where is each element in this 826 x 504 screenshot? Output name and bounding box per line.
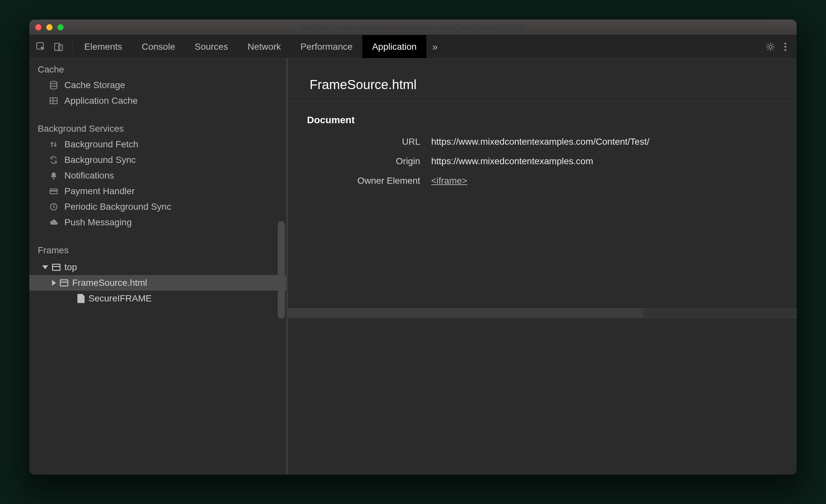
- sidebar-item-cache-storage[interactable]: Cache Storage: [29, 77, 286, 93]
- expand-toggle-icon[interactable]: [42, 265, 48, 269]
- sidebar-item-push-messaging[interactable]: Push Messaging: [29, 214, 286, 230]
- svg-line-9: [772, 49, 774, 50]
- tab-performance[interactable]: Performance: [291, 35, 362, 58]
- svg-point-19: [53, 178, 55, 180]
- sidebar-item-background-sync[interactable]: Background Sync: [29, 152, 286, 168]
- sidebar-item-application-cache[interactable]: Application Cache: [29, 93, 286, 109]
- sidebar-item-label: Notifications: [64, 170, 114, 181]
- tab-sources[interactable]: Sources: [185, 35, 238, 58]
- horizontal-scrollbar[interactable]: [288, 304, 797, 322]
- section-cache: Cache: [29, 59, 286, 77]
- sidebar-item-notifications[interactable]: Notifications: [29, 168, 286, 183]
- kebab-menu-icon[interactable]: [784, 42, 787, 52]
- title-bar: DevTools - www.mixedcontentexamples.com/…: [29, 19, 797, 35]
- sidebar-item-label: Cache Storage: [64, 80, 125, 90]
- credit-card-icon: [49, 186, 59, 196]
- frame-tree-framesource[interactable]: FrameSource.html: [29, 275, 286, 291]
- database-icon: [49, 80, 59, 90]
- origin-label: Origin: [288, 156, 431, 167]
- svg-point-13: [784, 46, 786, 48]
- tab-console[interactable]: Console: [132, 35, 185, 58]
- tree-item-label: SecureIFRAME: [88, 293, 152, 304]
- maximize-window-button[interactable]: [57, 24, 64, 30]
- frame-title: FrameSource.html: [288, 59, 797, 101]
- svg-line-8: [767, 44, 769, 45]
- tab-label: Network: [247, 42, 281, 52]
- frame-icon: [60, 279, 68, 287]
- tab-elements[interactable]: Elements: [74, 35, 132, 58]
- owner-element-link[interactable]: <iframe>: [431, 176, 467, 186]
- sidebar-item-label: Background Fetch: [64, 139, 138, 149]
- frame-icon: [52, 264, 60, 271]
- sidebar-item-label: Background Sync: [64, 155, 136, 165]
- sidebar-item-periodic-background-sync[interactable]: Periodic Background Sync: [29, 199, 286, 214]
- frame-tree-top[interactable]: top: [29, 259, 286, 275]
- sidebar-item-background-fetch[interactable]: Background Fetch: [29, 137, 286, 152]
- sidebar-scrollbar[interactable]: [278, 221, 285, 319]
- tab-label: Performance: [300, 42, 353, 52]
- sidebar-item-label: Application Cache: [64, 96, 138, 106]
- swap-icon: [49, 139, 59, 149]
- document-heading: Document: [288, 102, 797, 132]
- url-value: https://www.mixedcontentexamples.com/Con…: [431, 137, 649, 147]
- sidebar-item-label: Push Messaging: [64, 217, 132, 228]
- settings-icon[interactable]: [766, 42, 775, 52]
- more-tabs-icon[interactable]: »: [426, 35, 444, 58]
- row-url: URL https://www.mixedcontentexamples.com…: [288, 132, 797, 151]
- tab-application[interactable]: Application: [362, 35, 426, 58]
- main-toolbar: Elements Console Sources Network Perform…: [29, 35, 797, 59]
- row-origin: Origin https://www.mixedcontentexamples.…: [288, 151, 797, 171]
- tab-label: Application: [372, 42, 417, 52]
- tab-network[interactable]: Network: [238, 35, 291, 58]
- tab-label: Sources: [194, 42, 228, 52]
- svg-line-10: [767, 49, 769, 50]
- panel-tabs: Elements Console Sources Network Perform…: [74, 35, 756, 58]
- tree-item-label: FrameSource.html: [72, 278, 147, 288]
- svg-point-12: [784, 43, 786, 45]
- row-owner-element: Owner Element <iframe>: [288, 171, 797, 191]
- svg-point-3: [769, 45, 772, 48]
- svg-rect-2: [59, 45, 62, 51]
- origin-value: https://www.mixedcontentexamples.com: [431, 156, 593, 167]
- application-sidebar: Cache Cache Storage Application Cache: [29, 59, 286, 475]
- svg-rect-1: [55, 43, 60, 50]
- window-controls: [35, 24, 64, 30]
- url-label: URL: [288, 137, 431, 147]
- svg-point-14: [784, 49, 786, 51]
- frame-tree-secureiframe[interactable]: SecureIFRAME: [29, 291, 286, 306]
- close-window-button[interactable]: [35, 24, 42, 30]
- frame-details-panel: FrameSource.html Document URL https://ww…: [288, 59, 797, 475]
- grid-icon: [49, 96, 59, 106]
- clock-icon: [49, 202, 59, 212]
- svg-point-15: [50, 81, 57, 84]
- devtools-window: DevTools - www.mixedcontentexamples.com/…: [29, 19, 797, 475]
- svg-line-11: [772, 44, 774, 45]
- device-toggle-icon[interactable]: [53, 42, 64, 52]
- minimize-window-button[interactable]: [46, 24, 53, 30]
- window-title: DevTools - www.mixedcontentexamples.com/…: [29, 23, 797, 32]
- cloud-icon: [49, 217, 59, 227]
- tab-label: Elements: [84, 42, 122, 52]
- svg-rect-21: [50, 190, 57, 192]
- section-background-services: Background Services: [29, 118, 286, 137]
- inspect-element-icon[interactable]: [36, 42, 46, 52]
- sidebar-item-payment-handler[interactable]: Payment Handler: [29, 183, 286, 199]
- expand-toggle-icon[interactable]: [52, 280, 56, 286]
- document-icon: [77, 294, 84, 303]
- sidebar-item-label: Payment Handler: [64, 186, 135, 196]
- tab-label: Console: [142, 42, 175, 52]
- owner-element-label: Owner Element: [288, 176, 431, 186]
- bell-icon: [49, 171, 59, 181]
- sidebar-item-label: Periodic Background Sync: [64, 202, 171, 212]
- section-frames: Frames: [29, 239, 286, 258]
- sync-icon: [49, 155, 59, 165]
- tree-item-label: top: [64, 262, 77, 272]
- spacer: [68, 296, 73, 301]
